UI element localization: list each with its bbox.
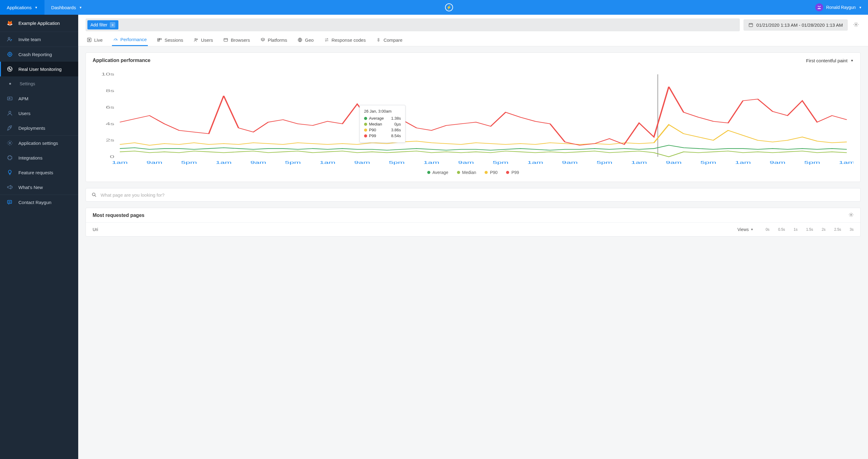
sidebar-item-whats-new[interactable]: What's New (0, 180, 78, 194)
svg-point-6 (9, 54, 11, 55)
sidebar-item-settings[interactable]: Settings (0, 76, 78, 91)
app-icon: 🦊 (5, 20, 14, 26)
svg-point-15 (10, 202, 10, 202)
chart-card: Application performance First contentful… (86, 53, 861, 182)
table-title: Most requested pages (93, 213, 145, 218)
deployments-icon (5, 125, 14, 131)
crash-reporting-icon (5, 51, 14, 57)
svg-point-13 (8, 202, 9, 202)
svg-text:1am: 1am (839, 160, 854, 164)
sidebar-item-feature-requests[interactable]: Feature requests (0, 165, 78, 180)
svg-text:9am: 9am (562, 160, 578, 164)
tab-compare[interactable]: Compare (375, 34, 404, 46)
svg-point-9 (9, 111, 11, 113)
tab-browsers[interactable]: Browsers (222, 34, 251, 46)
table-settings-button[interactable] (849, 212, 854, 218)
nav-dashboards[interactable]: Dashboards ▼ (44, 0, 89, 15)
chevron-down-icon: ▼ (79, 6, 82, 9)
settings-button[interactable] (851, 20, 861, 30)
svg-text:5pm: 5pm (181, 160, 197, 164)
svg-text:1am: 1am (112, 160, 128, 164)
chart-legend: Average Median P90 P99 (93, 170, 854, 175)
svg-text:9am: 9am (147, 160, 162, 164)
apm-icon (5, 95, 14, 101)
svg-point-5 (8, 52, 12, 56)
sidebar-item-contact[interactable]: Contact Raygun (0, 195, 78, 210)
tab-platforms[interactable]: Platforms (259, 34, 288, 46)
svg-point-56 (850, 214, 852, 215)
sidebar-item-real-user-monitoring[interactable]: Real User Monitoring (0, 62, 78, 76)
tab-performance[interactable]: Performance (112, 34, 148, 46)
svg-point-11 (9, 142, 11, 144)
nav-applications[interactable]: Applications ▼ (0, 0, 44, 15)
gauge-icon (113, 37, 118, 42)
svg-point-14 (9, 202, 10, 202)
gear-icon (853, 22, 859, 27)
svg-text:5pm: 5pm (596, 160, 613, 164)
plus-icon: + (110, 22, 115, 28)
chevron-down-icon: ▼ (35, 6, 38, 9)
svg-rect-21 (158, 40, 159, 41)
sidebar-item-crash-reporting[interactable]: Crash Reporting (0, 47, 78, 62)
page-search[interactable] (86, 188, 861, 202)
filter-bar[interactable]: Add filter + (86, 19, 740, 31)
svg-text:9am: 9am (250, 160, 266, 164)
swap-icon (324, 37, 329, 42)
add-filter-button[interactable]: Add filter + (87, 20, 118, 29)
sidebar: 🦊 Example Application Invite team Crash … (0, 15, 78, 459)
svg-text:5pm: 5pm (285, 160, 301, 164)
svg-point-10 (10, 127, 11, 128)
svg-rect-16 (749, 23, 753, 27)
tab-response-codes[interactable]: Response codes (323, 34, 367, 46)
chevron-down-icon: ▼ (850, 59, 854, 62)
gear-icon (849, 212, 854, 217)
tab-users[interactable]: Users (192, 34, 214, 46)
user-name: Ronald Raygun (826, 5, 856, 10)
svg-text:5pm: 5pm (804, 160, 820, 164)
svg-rect-19 (158, 38, 159, 39)
brand-icon[interactable]: ⚡ (445, 3, 453, 11)
sidebar-item-invite-team[interactable]: Invite team (0, 32, 78, 47)
tabs: Live Performance Sessions Users Browsers (78, 31, 868, 46)
svg-text:6s: 6s (106, 105, 115, 110)
platforms-icon (260, 37, 265, 42)
search-input[interactable] (101, 192, 855, 197)
col-views[interactable]: Views ▼ (723, 227, 753, 232)
sidebar-item-apm[interactable]: APM (0, 91, 78, 106)
legend-median[interactable]: Median (457, 170, 476, 175)
gear-icon (5, 140, 14, 146)
sidebar-item-users[interactable]: Users (0, 106, 78, 121)
svg-point-1 (818, 6, 818, 7)
legend-p90[interactable]: P90 (485, 170, 497, 175)
svg-point-22 (195, 38, 196, 39)
avatar-icon (815, 3, 823, 11)
chat-icon (5, 199, 14, 205)
sidebar-app-selector[interactable]: 🦊 Example Application (0, 15, 78, 32)
svg-text:10s: 10s (101, 72, 115, 76)
tab-live[interactable]: Live (86, 34, 104, 46)
sidebar-item-deployments[interactable]: Deployments (0, 121, 78, 135)
metric-selector[interactable]: First contentful paint ▼ (806, 58, 854, 63)
legend-p99[interactable]: P99 (506, 170, 519, 175)
sidebar-item-app-settings[interactable]: Application settings (0, 135, 78, 150)
user-menu[interactable]: Ronald Raygun ▼ (809, 3, 868, 11)
chart-title: Application performance (93, 58, 150, 63)
sidebar-item-integrations[interactable]: Integrations (0, 150, 78, 165)
svg-text:1am: 1am (527, 160, 543, 164)
legend-average[interactable]: Average (427, 170, 448, 175)
svg-point-0 (818, 6, 819, 7)
date-range-picker[interactable]: 01/21/2020 1:13 AM - 01/28/2020 1:13 AM (743, 19, 848, 31)
col-uri[interactable]: Uri (93, 227, 723, 232)
svg-text:1am: 1am (216, 160, 231, 164)
svg-text:9am: 9am (770, 160, 785, 164)
svg-text:0: 0 (110, 155, 115, 159)
line-chart[interactable]: 02s4s6s8s10s1am9am5pm1am9am5pm1am9am5pm1… (93, 71, 854, 166)
dot-icon (9, 83, 11, 85)
chart-tooltip: 26 Jan, 3:00am Average1.38s Median0µs P9… (360, 105, 405, 143)
tab-geo[interactable]: Geo (296, 34, 315, 46)
tooltip-time: 26 Jan, 3:00am (364, 109, 401, 114)
tab-sessions[interactable]: Sessions (156, 34, 184, 46)
col-ticks: 0s0.5s1s1.5s2s2.5s3s (766, 227, 854, 232)
svg-text:4s: 4s (106, 122, 115, 126)
svg-text:1am: 1am (319, 160, 336, 164)
